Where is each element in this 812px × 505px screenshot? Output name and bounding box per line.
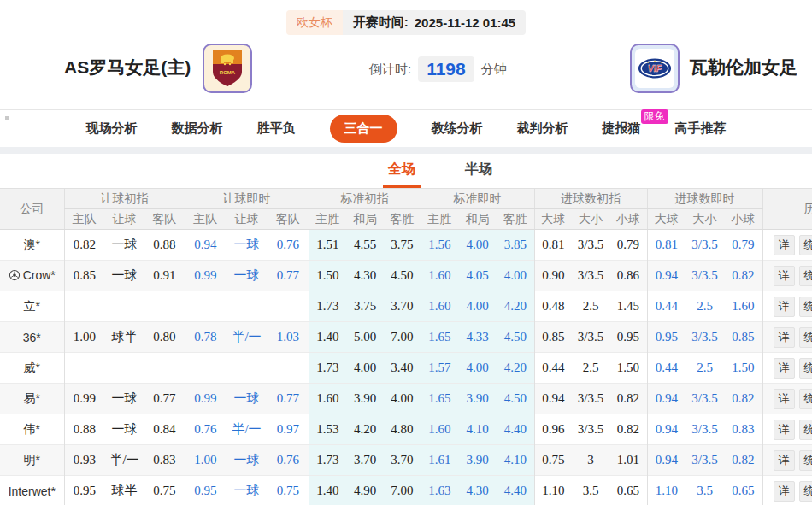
tab-live-analysis[interactable]: 现场分析 — [86, 120, 138, 137]
stats-button[interactable]: 统 — [799, 297, 812, 317]
detail-button[interactable]: 详 — [774, 358, 795, 379]
tab-coach-analysis[interactable]: 教练分析 — [432, 120, 483, 137]
odds-cell[interactable] — [226, 291, 268, 322]
odds-cell[interactable]: 3/3.5 — [685, 414, 724, 445]
odds-cell[interactable]: 4.40 — [497, 476, 534, 505]
odds-cell[interactable]: 1.65 — [421, 384, 458, 414]
odds-cell[interactable]: 一球 — [226, 476, 268, 505]
odds-cell[interactable]: 一球 — [226, 230, 268, 261]
odds-cell[interactable]: 1.10 — [647, 476, 685, 505]
detail-button[interactable]: 详 — [774, 481, 795, 502]
odds-cell[interactable]: 一球 — [226, 384, 268, 414]
odds-cell[interactable]: 4.00 — [497, 261, 534, 291]
odds-cell[interactable]: 0.94 — [647, 414, 685, 445]
odds-cell[interactable]: 0.95 — [647, 322, 685, 353]
odds-cell[interactable]: 1.65 — [421, 322, 458, 353]
odds-cell[interactable]: 0.94 — [647, 261, 685, 291]
odds-cell[interactable]: 3/3.5 — [685, 445, 724, 476]
odds-cell[interactable]: 3.90 — [458, 384, 497, 414]
detail-button[interactable]: 详 — [774, 389, 795, 409]
odds-cell[interactable]: 0.65 — [724, 476, 762, 505]
odds-cell[interactable]: 0.77 — [268, 261, 309, 291]
stats-button[interactable]: 统 — [799, 235, 812, 255]
odds-cell[interactable]: 1.03 — [268, 322, 309, 353]
odds-cell[interactable]: 0.95 — [185, 476, 226, 505]
odds-cell[interactable]: 0.81 — [647, 230, 685, 261]
tab-jiebao-cat[interactable]: 捷报猫 限免 — [603, 120, 641, 137]
odds-cell[interactable]: 3.5 — [685, 476, 724, 505]
odds-cell[interactable]: 1.57 — [421, 353, 458, 384]
stats-button[interactable]: 统 — [799, 450, 812, 471]
odds-cell[interactable]: 4.40 — [497, 414, 534, 445]
odds-cell[interactable]: 0.44 — [647, 291, 685, 322]
tab-three-in-one[interactable]: 三合一 — [330, 115, 397, 143]
odds-cell[interactable] — [268, 353, 309, 384]
odds-cell[interactable]: 0.44 — [647, 353, 685, 384]
odds-cell[interactable]: 0.85 — [724, 322, 762, 353]
odds-cell[interactable]: 1.60 — [421, 261, 458, 291]
odds-cell[interactable]: 一球 — [226, 261, 268, 291]
odds-cell[interactable]: 0.76 — [268, 445, 309, 476]
odds-cell[interactable]: 1.56 — [421, 230, 458, 261]
odds-cell[interactable]: 1.60 — [421, 414, 458, 445]
stats-button[interactable]: 统 — [799, 327, 812, 348]
detail-button[interactable]: 详 — [774, 420, 795, 440]
stats-button[interactable]: 统 — [799, 420, 812, 440]
odds-cell[interactable]: 4.05 — [458, 261, 497, 291]
odds-cell[interactable]: 4.20 — [497, 291, 534, 322]
odds-cell[interactable]: 0.82 — [724, 384, 762, 414]
tab-expert-picks[interactable]: 高手推荐 — [675, 120, 727, 137]
odds-cell[interactable]: 0.99 — [185, 261, 226, 291]
odds-cell[interactable]: 1.60 — [421, 291, 458, 322]
tab-win-draw-lose[interactable]: 胜平负 — [257, 120, 296, 137]
odds-cell[interactable]: 半/一 — [226, 414, 268, 445]
odds-cell[interactable] — [226, 353, 268, 384]
odds-cell[interactable]: 0.76 — [185, 414, 226, 445]
odds-cell[interactable]: 2.5 — [685, 291, 724, 322]
odds-cell[interactable]: 一球 — [226, 445, 268, 476]
odds-cell[interactable]: 3.85 — [497, 230, 534, 261]
odds-cell[interactable]: 4.33 — [458, 322, 497, 353]
odds-cell[interactable]: 3.90 — [458, 445, 497, 476]
odds-cell[interactable]: 0.75 — [268, 476, 309, 505]
odds-cell[interactable]: 3/3.5 — [685, 322, 724, 353]
stats-button[interactable]: 统 — [799, 266, 812, 286]
tab-data-analysis[interactable]: 数据分析 — [172, 120, 223, 137]
odds-cell[interactable]: 3/3.5 — [685, 384, 724, 414]
odds-cell[interactable]: 0.99 — [185, 384, 226, 414]
odds-cell[interactable]: 0.97 — [268, 414, 309, 445]
detail-button[interactable]: 详 — [774, 235, 795, 255]
stats-button[interactable]: 统 — [799, 358, 812, 379]
odds-cell[interactable]: 4.00 — [458, 230, 497, 261]
stats-button[interactable]: 统 — [799, 389, 812, 409]
odds-cell[interactable]: 1.63 — [421, 476, 458, 505]
subtab-full-match[interactable]: 全场 — [383, 155, 421, 188]
odds-cell[interactable]: 0.78 — [185, 322, 226, 353]
odds-cell[interactable]: 4.00 — [458, 291, 497, 322]
odds-cell[interactable]: 4.10 — [497, 445, 534, 476]
odds-cell[interactable]: 1.50 — [724, 353, 762, 384]
odds-cell[interactable] — [185, 291, 226, 322]
detail-button[interactable]: 详 — [774, 327, 795, 348]
odds-cell[interactable]: 半/一 — [226, 322, 268, 353]
odds-cell[interactable]: 4.50 — [497, 322, 534, 353]
odds-cell[interactable]: 0.94 — [647, 445, 685, 476]
odds-cell[interactable] — [185, 353, 226, 384]
detail-button[interactable]: 详 — [774, 266, 795, 286]
odds-cell[interactable]: 4.50 — [497, 384, 534, 414]
odds-cell[interactable] — [268, 291, 309, 322]
subtab-half-match[interactable]: 半场 — [460, 155, 497, 188]
detail-button[interactable]: 详 — [774, 450, 795, 471]
odds-cell[interactable]: 0.79 — [724, 230, 762, 261]
odds-cell[interactable]: 0.77 — [268, 384, 309, 414]
detail-button[interactable]: 详 — [774, 297, 795, 317]
odds-cell[interactable]: 0.94 — [647, 384, 685, 414]
odds-cell[interactable]: 1.61 — [421, 445, 458, 476]
odds-cell[interactable]: 1.00 — [185, 445, 226, 476]
odds-cell[interactable]: 0.94 — [185, 230, 226, 261]
odds-cell[interactable]: 1.60 — [724, 291, 762, 322]
odds-cell[interactable]: 0.76 — [268, 230, 309, 261]
odds-cell[interactable]: 4.20 — [497, 353, 534, 384]
stats-button[interactable]: 统 — [799, 481, 812, 502]
odds-cell[interactable]: 3/3.5 — [685, 230, 724, 261]
